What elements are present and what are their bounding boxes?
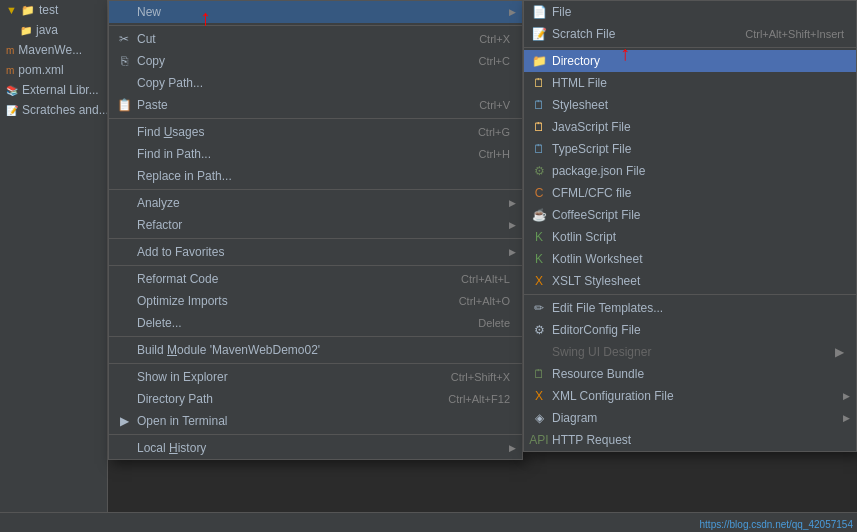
menu-label-find-usages: Find Usages [137,125,204,139]
shortcut-reformat: Ctrl+Alt+L [441,273,510,285]
sub-menu-item-editorconfig[interactable]: ⚙ EditorConfig File [524,319,856,341]
cf-icon: C [530,186,548,200]
menu-item-refactor[interactable]: Refactor [109,214,522,236]
sub-menu-item-directory[interactable]: 📁 Directory [524,50,856,72]
menu-item-new[interactable]: New [109,1,522,23]
sub-menu-item-diagram[interactable]: ◈ Diagram [524,407,856,429]
menu-label-copy-path: Copy Path... [137,76,203,90]
coffee-icon: ☕ [530,208,548,222]
separator-8 [109,434,522,435]
menu-item-copy[interactable]: ⎘ Copy Ctrl+C [109,50,522,72]
menu-label-replace-path: Replace in Path... [137,169,232,183]
shortcut-copy: Ctrl+C [459,55,510,67]
edit-templates-icon: ✏ [530,301,548,315]
scratch-file-icon: 📝 [530,27,548,41]
kotlin-worksheet-icon: K [530,252,548,266]
menu-item-optimize[interactable]: Optimize Imports Ctrl+Alt+O [109,290,522,312]
menu-label-analyze: Analyze [137,196,180,210]
sub-menu-item-js[interactable]: 🗒 JavaScript File [524,116,856,138]
sidebar-item-test[interactable]: ▼ 📁 test [0,0,107,20]
menu-item-cut[interactable]: ✂ Cut Ctrl+X [109,28,522,50]
sub-menu-item-scratch[interactable]: 📝 Scratch File Ctrl+Alt+Shift+Insert [524,23,856,45]
http-icon: API [530,433,548,447]
menu-item-reformat[interactable]: Reformat Code Ctrl+Alt+L [109,268,522,290]
sub-menu-item-xslt[interactable]: X XSLT Stylesheet [524,270,856,292]
menu-item-favorites[interactable]: Add to Favorites [109,241,522,263]
menu-label-find-path: Find in Path... [137,147,211,161]
sub-menu-item-kotlin-script[interactable]: K Kotlin Script [524,226,856,248]
sub-menu-item-css[interactable]: 🗒 Stylesheet [524,94,856,116]
sub-menu-item-file[interactable]: 📄 File [524,1,856,23]
html-icon: 🗒 [530,76,548,90]
sub-menu-item-http[interactable]: API HTTP Request [524,429,856,451]
sidebar-label-external: External Libr... [22,83,99,97]
menu-item-replace-path[interactable]: Replace in Path... [109,165,522,187]
menu-label-paste: Paste [137,98,168,112]
sub-menu-label-bundle: Resource Bundle [552,367,644,381]
menu-item-paste[interactable]: 📋 Paste Ctrl+V [109,94,522,116]
sub-menu-item-kotlin-worksheet[interactable]: K Kotlin Worksheet [524,248,856,270]
editorconfig-icon: ⚙ [530,323,548,337]
xslt-icon: X [530,274,548,288]
shortcut-explorer: Ctrl+Shift+X [431,371,510,383]
xml-icon: X [530,389,548,403]
sub-menu-label-coffee: CoffeeScript File [552,208,640,222]
sub-menu-item-html[interactable]: 🗒 HTML File [524,72,856,94]
separator-2 [109,118,522,119]
sub-menu-item-coffee[interactable]: ☕ CoffeeScript File [524,204,856,226]
menu-label-build: Build Module 'MavenWebDemo02' [137,343,320,357]
sub-menu-item-edit-templates[interactable]: ✏ Edit File Templates... [524,297,856,319]
menu-item-terminal[interactable]: ▶ Open in Terminal [109,410,522,432]
sub-menu-label-diagram: Diagram [552,411,597,425]
shortcut-cut: Ctrl+X [459,33,510,45]
paste-icon: 📋 [115,98,133,112]
menu-item-find-path[interactable]: Find in Path... Ctrl+H [109,143,522,165]
sub-menu-item-json[interactable]: ⚙ package.json File [524,160,856,182]
sidebar-item-external[interactable]: 📚 External Libr... [0,80,107,100]
sub-menu-item-ts[interactable]: 🗒 TypeScript File [524,138,856,160]
sub-menu-label-edit-templates: Edit File Templates... [552,301,663,315]
sidebar-item-pom[interactable]: m pom.xml [0,60,107,80]
separator-5 [109,265,522,266]
menu-item-find-usages[interactable]: Find Usages Ctrl+G [109,121,522,143]
sidebar-label-scratches: Scratches and... [22,103,107,117]
sub-menu-label-js: JavaScript File [552,120,631,134]
menu-label-refactor: Refactor [137,218,182,232]
menu-label-favorites: Add to Favorites [137,245,224,259]
java-icon: 📁 [20,25,32,36]
separator-1 [109,25,522,26]
menu-item-delete[interactable]: Delete... Delete [109,312,522,334]
sub-menu-item-xml[interactable]: X XML Configuration File [524,385,856,407]
sidebar-item-scratches[interactable]: 📝 Scratches and... [0,100,107,120]
terminal-icon: ▶ [115,414,133,428]
sub-menu-label-html: HTML File [552,76,607,90]
menu-item-local-history[interactable]: Local History [109,437,522,459]
sub-menu-label-kotlin-script: Kotlin Script [552,230,616,244]
shortcut-find-usages: Ctrl+G [458,126,510,138]
sidebar-item-java[interactable]: 📁 java [0,20,107,40]
menu-item-build[interactable]: Build Module 'MavenWebDemo02' [109,339,522,361]
sub-menu-label-swing: Swing UI Designer [552,345,651,359]
sub-menu-label-file: File [552,5,571,19]
file-icon: 📄 [530,5,548,19]
sub-menu-item-cf[interactable]: C CFML/CFC file [524,182,856,204]
separator-7 [109,363,522,364]
sidebar: ▼ 📁 test 📁 java m MavenWe... m pom.xml 📚… [0,0,108,532]
sub-menu-item-bundle[interactable]: 🗒 Resource Bundle [524,363,856,385]
maven-icon: m [6,45,14,56]
folder-icon: ▼ [6,4,17,16]
menu-item-copy-path[interactable]: Copy Path... [109,72,522,94]
shortcut-optimize: Ctrl+Alt+O [439,295,510,307]
diagram-icon: ◈ [530,411,548,425]
sidebar-label-pom: pom.xml [18,63,63,77]
shortcut-paste: Ctrl+V [459,99,510,111]
sidebar-item-maven[interactable]: m MavenWe... [0,40,107,60]
separator-3 [109,189,522,190]
sub-menu-label-directory: Directory [552,54,600,68]
sub-menu-label-xml: XML Configuration File [552,389,674,403]
menu-item-dir-path[interactable]: Directory Path Ctrl+Alt+F12 [109,388,522,410]
menu-label-new: New [137,5,161,19]
menu-item-analyze[interactable]: Analyze [109,192,522,214]
sub-menu-label-editorconfig: EditorConfig File [552,323,641,337]
menu-item-show-explorer[interactable]: Show in Explorer Ctrl+Shift+X [109,366,522,388]
